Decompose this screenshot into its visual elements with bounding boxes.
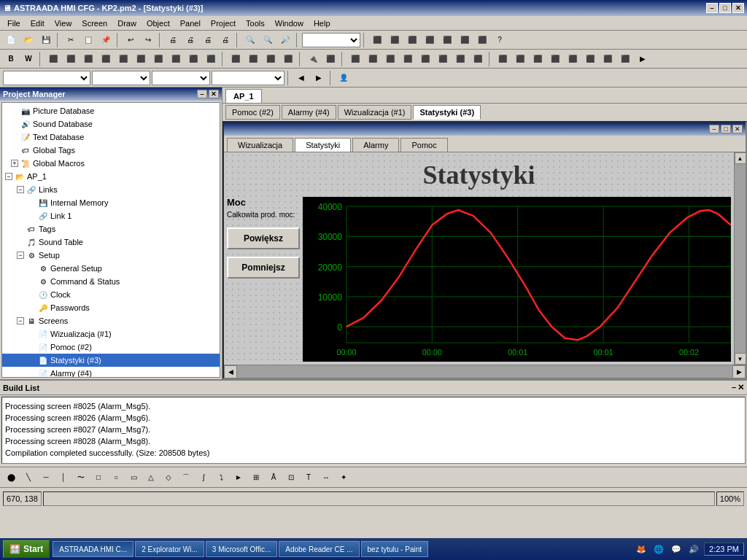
draw-tool-2[interactable]: ─: [38, 470, 54, 486]
btn-a[interactable]: ⬛: [45, 51, 61, 67]
draw-tool-13[interactable]: ►: [231, 470, 247, 486]
tree-item-passwords[interactable]: 🔑Passwords: [2, 301, 220, 314]
tree-item-pomoc[interactable]: 📄Pomoc (#2): [2, 341, 220, 354]
draw-tool-3[interactable]: │: [55, 470, 71, 486]
tray-icon-3[interactable]: 💬: [669, 542, 684, 556]
btn-ab[interactable]: ⬛: [547, 51, 563, 67]
tree-item-link1[interactable]: 🔗Link 1: [2, 209, 220, 222]
tree-item-ap1[interactable]: −📂AP_1: [2, 170, 220, 183]
menu-item-project[interactable]: Project: [206, 18, 240, 29]
draw-tool-10[interactable]: ⌒: [178, 470, 194, 486]
inner-minimize-button[interactable]: –: [709, 125, 719, 133]
btn-g[interactable]: ⬛: [150, 51, 166, 67]
btn-l[interactable]: ⬛: [245, 51, 261, 67]
align-left-button[interactable]: ◀: [293, 70, 309, 86]
draw-tool-17[interactable]: T: [301, 470, 317, 486]
undo-button[interactable]: ↩: [123, 32, 139, 48]
taskbar-item-astraada[interactable]: ASTRAADA HMI C...: [53, 541, 133, 557]
btn-w[interactable]: ⬛: [452, 51, 468, 67]
draw-tool-18[interactable]: ↔: [318, 470, 334, 486]
btn-f[interactable]: ⬛: [133, 51, 149, 67]
btn-aa[interactable]: ⬛: [530, 51, 546, 67]
btn-r[interactable]: ⬛: [365, 51, 381, 67]
minimize-button[interactable]: –: [706, 3, 718, 13]
screen-dropdown[interactable]: [302, 33, 360, 47]
tree-item-wizualizacja[interactable]: 📄Wizualizacja (#1): [2, 327, 220, 341]
draw-tool-12[interactable]: ⤵: [213, 470, 229, 486]
expand-btn-global-macros[interactable]: +: [11, 160, 18, 167]
draw-tool-11[interactable]: ∫: [196, 470, 212, 486]
font-size-dropdown[interactable]: [92, 71, 150, 85]
maximize-button[interactable]: □: [719, 3, 731, 13]
btn-d[interactable]: ⬛: [98, 51, 114, 67]
btn-p[interactable]: ⬛: [322, 51, 338, 67]
tree-item-alarmy[interactable]: 📄Alarmy (#4): [2, 367, 220, 378]
tree-item-clock[interactable]: 🕐Clock: [2, 288, 220, 301]
btn-t[interactable]: ⬛: [400, 51, 416, 67]
tool3[interactable]: ⬛: [404, 32, 420, 48]
tree-item-command-status[interactable]: ⚙Command & Status: [2, 275, 220, 288]
btn-v[interactable]: ⬛: [435, 51, 451, 67]
tray-icon-1[interactable]: 🦊: [634, 542, 649, 556]
draw-tool-0[interactable]: ⬤: [3, 470, 19, 486]
tree-item-text-db[interactable]: 📝Text Database: [2, 131, 220, 144]
font-name-dropdown[interactable]: [3, 71, 90, 85]
redo-button[interactable]: ↪: [140, 32, 156, 48]
tree-item-general-setup[interactable]: ⚙General Setup: [2, 262, 220, 275]
build-list-minimize-button[interactable]: –: [732, 383, 736, 392]
menu-item-help[interactable]: Help: [309, 18, 335, 29]
btn-c[interactable]: ⬛: [80, 51, 96, 67]
scroll-down-button[interactable]: ▼: [735, 353, 746, 365]
tool4[interactable]: ⬛: [422, 32, 438, 48]
draw-tool-8[interactable]: △: [143, 470, 159, 486]
tree-item-sound-table[interactable]: 🎵Sound Table: [2, 236, 220, 249]
screen-tab-pomoc[interactable]: Pomoc (#2): [225, 105, 280, 120]
align-dropdown[interactable]: [212, 71, 285, 85]
paste-button[interactable]: 📌: [98, 32, 114, 48]
btn-more[interactable]: ▶: [635, 51, 651, 67]
menu-item-object[interactable]: Object: [142, 18, 174, 29]
tree-item-picture-db[interactable]: 📷Picture Database: [2, 104, 220, 117]
expand-btn-links[interactable]: −: [17, 186, 24, 193]
tree-item-sound-db[interactable]: 🔊Sound Database: [2, 117, 220, 131]
zoom-in-button[interactable]: 🔍: [242, 32, 258, 48]
draw-tool-14[interactable]: ⊞: [248, 470, 264, 486]
draw-tool-9[interactable]: ◇: [160, 470, 177, 486]
taskbar-item-adobe[interactable]: Adobe Reader CE ...: [279, 541, 359, 557]
screen-tab-statystyki[interactable]: Statystyki (#3): [413, 105, 481, 120]
tree-item-global-tags[interactable]: 🏷Global Tags: [2, 144, 220, 157]
btn-h[interactable]: ⬛: [168, 51, 184, 67]
zoom-out-button[interactable]: 🔍: [260, 32, 276, 48]
tray-icon-2[interactable]: 🌐: [651, 542, 666, 556]
draw-tool-15[interactable]: Ā: [266, 470, 282, 486]
b-button[interactable]: B: [3, 51, 19, 67]
user-icon[interactable]: 👤: [336, 70, 352, 86]
w-button[interactable]: W: [20, 51, 36, 67]
ap1-tab[interactable]: AP_1: [225, 89, 262, 103]
print4-button[interactable]: 🖨: [217, 32, 233, 48]
btn-z[interactable]: ⬛: [512, 51, 528, 67]
taskbar-item-office[interactable]: 3 Microsoft Offic...: [206, 541, 277, 557]
btn-i[interactable]: ⬛: [185, 51, 201, 67]
copy-button[interactable]: 📋: [80, 32, 96, 48]
close-button[interactable]: ✕: [732, 3, 744, 13]
btn-ae[interactable]: ⬛: [600, 51, 616, 67]
draw-tool-6[interactable]: ○: [108, 470, 124, 486]
inner-tab-wizualizacja[interactable]: Wizualizacja: [227, 138, 293, 152]
btn-x[interactable]: ⬛: [470, 51, 486, 67]
draw-tool-5[interactable]: □: [90, 470, 107, 486]
draw-tool-4[interactable]: 〜: [73, 470, 89, 486]
style-dropdown[interactable]: [152, 71, 210, 85]
menu-item-tools[interactable]: Tools: [241, 18, 269, 29]
tree-item-tags[interactable]: 🏷Tags: [2, 222, 220, 236]
scroll-right-button[interactable]: ▶: [732, 365, 746, 378]
menu-item-view[interactable]: View: [50, 18, 77, 29]
menu-item-edit[interactable]: Edit: [26, 18, 49, 29]
btn-o[interactable]: 🔌: [305, 51, 321, 67]
scroll-up-button[interactable]: ▲: [735, 152, 746, 164]
inner-tab-alarmy[interactable]: Alarmy: [352, 138, 399, 152]
expand-btn-setup[interactable]: −: [17, 252, 24, 259]
save-button[interactable]: 💾: [38, 32, 54, 48]
tree-item-statystyki[interactable]: 📄Statystyki (#3): [2, 354, 220, 367]
tool6[interactable]: ⬛: [457, 32, 473, 48]
